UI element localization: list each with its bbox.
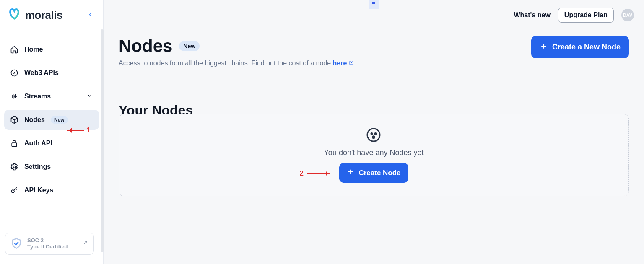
flag-icon (371, 1, 377, 8)
gear-icon (10, 163, 18, 171)
sidebar-item-label: Web3 APIs (24, 69, 59, 77)
annotation-2: 2 (300, 170, 330, 177)
sidebar-item-label: Streams (24, 93, 51, 100)
sidebar-scrollbar[interactable] (101, 29, 104, 252)
svg-point-4 (11, 190, 14, 193)
arrow-right-icon (307, 173, 330, 174)
new-badge: New (179, 41, 200, 51)
chevron-down-icon (86, 92, 93, 101)
lock-icon (10, 139, 18, 148)
button-label: Create a New Node (552, 43, 621, 52)
empty-state: You don't have any Nodes yet Create Node (119, 114, 629, 196)
feedback-flag[interactable] (369, 0, 379, 9)
svg-point-8 (373, 136, 375, 138)
soc2-line1: SOC 2 (27, 237, 68, 244)
logo-row: moralis (0, 0, 103, 27)
sidebar-item-label: Home (24, 46, 43, 53)
home-icon (10, 45, 18, 54)
empty-message: You don't have any Nodes yet (324, 148, 424, 157)
topbar: What's new Upgrade Plan DAV (514, 8, 634, 23)
svg-text:3: 3 (13, 71, 16, 75)
empty-inner: You don't have any Nodes yet Create Node (324, 127, 424, 183)
cube-icon (10, 116, 18, 124)
sidebar-item-streams[interactable]: Streams (4, 86, 99, 106)
annotation-label: 1 (86, 127, 90, 134)
sidebar-item-api-keys[interactable]: API Keys (4, 180, 99, 200)
whats-new-link[interactable]: What's new (514, 11, 550, 19)
plus-icon (347, 168, 354, 178)
surprised-face-icon (366, 127, 381, 142)
svg-point-7 (375, 133, 376, 135)
sidebar-nav: Home 3 Web3 APIs Streams Nodes New (0, 27, 103, 200)
sidebar-item-settings[interactable]: Settings (4, 157, 99, 177)
sidebar-item-label: Auth API (24, 140, 52, 147)
page-header-left: Nodes New Access to nodes from all the b… (119, 36, 354, 67)
waveform-icon (10, 92, 18, 101)
page-subtitle: Access to nodes from all the biggest cha… (119, 60, 354, 67)
avatar[interactable]: DAV (621, 9, 634, 21)
arrow-left-icon (67, 130, 84, 131)
stack-icon: 3 (10, 69, 18, 77)
sidebar-item-home[interactable]: Home (4, 39, 99, 60)
sidebar-item-label: API Keys (24, 186, 53, 194)
svg-rect-2 (12, 143, 17, 146)
external-link-icon (349, 60, 354, 67)
brand-name: moralis (25, 9, 62, 22)
svg-point-5 (367, 129, 380, 141)
soc2-text: SOC 2 Type II Certified (27, 237, 68, 250)
sidebar-collapse-button[interactable] (85, 10, 96, 21)
external-link-icon (83, 240, 88, 247)
svg-point-3 (13, 166, 16, 168)
shield-check-icon (10, 238, 22, 249)
annotation-label: 2 (300, 170, 304, 177)
soc2-line2: Type II Certified (27, 243, 68, 250)
soc2-badge[interactable]: SOC 2 Type II Certified (5, 233, 94, 255)
plus-icon (540, 42, 548, 52)
subtitle-text: Access to nodes from all the biggest cha… (119, 60, 333, 67)
chevron-left-icon (88, 11, 93, 19)
main-content: What's new Upgrade Plan DAV Nodes New Ac… (104, 0, 644, 264)
page-title: Nodes (119, 36, 172, 56)
moralis-logo-icon (8, 8, 21, 23)
new-badge: New (51, 116, 68, 124)
key-icon (10, 186, 18, 194)
sidebar-item-label: Settings (24, 163, 51, 171)
page-header: Nodes New Access to nodes from all the b… (119, 36, 629, 67)
sidebar-item-label: Nodes (24, 116, 45, 124)
create-node-button[interactable]: Create Node (339, 163, 408, 183)
sidebar-item-auth-api[interactable]: Auth API (4, 133, 99, 153)
create-new-node-button[interactable]: Create a New Node (531, 36, 629, 58)
button-label: Create Node (358, 169, 400, 177)
annotation-1: 1 (67, 127, 90, 134)
svg-point-6 (371, 133, 372, 135)
logo[interactable]: moralis (8, 8, 62, 23)
title-row: Nodes New (119, 36, 354, 56)
upgrade-plan-button[interactable]: Upgrade Plan (558, 8, 614, 23)
sidebar-item-web3-apis[interactable]: 3 Web3 APIs (4, 63, 99, 83)
pricing-link[interactable]: here (333, 60, 347, 67)
